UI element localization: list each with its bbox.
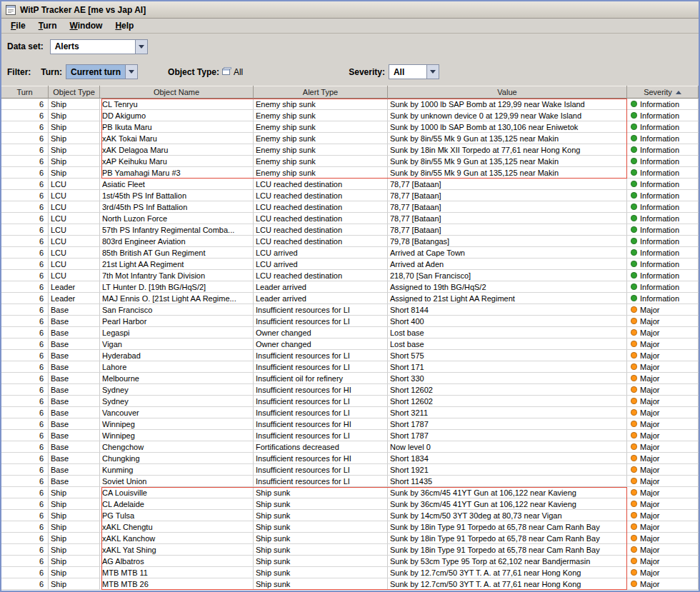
table-row[interactable]: 6ShipPB Yamahagi Maru #3Enemy ship sunkS…	[1, 167, 699, 179]
cell-alert-type: Insufficient resources for LI	[254, 316, 388, 327]
table-row[interactable]: 6ShipPB Ikuta MaruEnemy ship sunkSunk by…	[1, 121, 699, 133]
chevron-down-icon[interactable]	[135, 40, 147, 54]
cell-object-type: Ship	[49, 99, 100, 110]
chevron-down-icon[interactable]	[125, 65, 137, 79]
cell-alert-type: Fortifications decreased	[254, 441, 388, 453]
cell-alert-type: LCU reached destination	[254, 224, 388, 236]
cell-object-name: 21st Light AA Regiment	[100, 259, 254, 270]
table-row[interactable]: 6ShipAG AlbatrosShip sunkSunk by 53cm Ty…	[1, 556, 699, 567]
major-severity-icon	[631, 558, 637, 564]
major-severity-icon	[631, 581, 637, 587]
table-row[interactable]: 6ShipxAK Delagoa MaruEnemy ship sunkSunk…	[1, 144, 699, 156]
cell-value: Short 330	[388, 373, 627, 384]
cell-object-name: Chengchow	[100, 441, 254, 453]
table-row[interactable]: 6ShipMTB MTB 26Ship sunkSunk by 12.7cm/5…	[1, 578, 699, 590]
major-severity-icon	[631, 306, 637, 313]
dataset-combo[interactable]: Alerts	[50, 39, 148, 54]
cell-alert-type: Insufficient resources for LI	[254, 464, 388, 476]
table-row[interactable]: 6BaseWinnipegInsufficient resources for …	[1, 418, 699, 430]
table-row[interactable]: 6BaseSydneyInsufficient resources for HI…	[1, 384, 699, 396]
table-row[interactable]: 6LCU21st Light AA RegimentLCU arrivedArr…	[1, 259, 699, 270]
table-row[interactable]: 6BaseSan FranciscoInsufficient resources…	[1, 304, 699, 316]
table-row[interactable]: 6BaseSoviet UnionInsufficient resources …	[1, 476, 699, 487]
severity-filter-combo[interactable]: All	[389, 64, 439, 79]
table-row[interactable]: 6LCU7th Mot Infantry Tank DivisionLCU re…	[1, 270, 699, 281]
table-row[interactable]: 6LeaderMAJ Ennis O. [21st Light AA Regim…	[1, 293, 699, 304]
table-row[interactable]: 6BaseWinnipegInsufficient resources for …	[1, 430, 699, 441]
information-severity-icon	[631, 204, 637, 210]
column-header-value[interactable]: Value	[388, 86, 627, 99]
table-row[interactable]: 6ShipDD AkigumoEnemy ship sunkSunk by un…	[1, 110, 699, 121]
cell-value: Sunk by 8in/55 Mk 9 Gun at 135,125 near …	[388, 156, 627, 167]
cell-turn: 6	[1, 464, 49, 476]
table-row[interactable]: 6ShipPG TulsaShip sunkSunk by 14cm/50 3Y…	[1, 510, 699, 521]
cell-alert-type: Ship sunk	[254, 487, 388, 498]
major-severity-icon	[631, 478, 637, 484]
table-row[interactable]: 6BaseSydneyInsufficient resources for LI…	[1, 396, 699, 407]
filter-label: Filter:	[7, 67, 31, 77]
table-row[interactable]: 6BaseMelbourneInsufficient oil for refin…	[1, 373, 699, 384]
table-row[interactable]: 6ShipxAK Tokai MaruEnemy ship sunkSunk b…	[1, 133, 699, 144]
cell-object-type: Base	[49, 476, 100, 487]
cell-turn: 6	[1, 121, 49, 133]
table-row[interactable]: 6LCU3rd/45th PS Inf BattalionLCU reached…	[1, 201, 699, 213]
chevron-down-icon[interactable]	[426, 65, 439, 79]
table-row[interactable]: 6ShipCA LouisvilleShip sunkSunk by 36cm/…	[1, 487, 699, 498]
table-row[interactable]: 6ShipCL TenryuEnemy ship sunkSunk by 100…	[1, 99, 699, 110]
cell-value: Sunk by 18in Type 91 Torpedo at 65,78 ne…	[388, 544, 627, 556]
cell-turn: 6	[1, 396, 49, 407]
turn-filter-combo[interactable]: Current turn	[66, 64, 138, 79]
column-header-alert-type[interactable]: Alert Type	[254, 86, 388, 99]
table-row[interactable]: 6ShipxAKL ChengtuShip sunkSunk by 18in T…	[1, 521, 699, 533]
table-row[interactable]: 6BasePearl HarborInsufficient resources …	[1, 316, 699, 327]
table-row[interactable]: 6BaseHyderabadInsufficient resources for…	[1, 350, 699, 361]
cell-alert-type: Insufficient resources for HI	[254, 384, 388, 396]
object-type-value[interactable]: All	[234, 67, 243, 77]
severity-label: Information	[640, 134, 679, 144]
cell-value: Short 1787	[388, 418, 627, 430]
major-severity-icon	[631, 546, 637, 553]
cell-alert-type: Insufficient resources for LI	[254, 407, 388, 418]
cell-object-name: Hyderabad	[100, 350, 254, 361]
cell-value: Sunk by 1000 lb SAP Bomb at 129,99 near …	[388, 99, 627, 110]
table-row[interactable]: 6LCU85th British AT Gun RegimentLCU arri…	[1, 247, 699, 259]
cell-object-name: AG Albatros	[100, 556, 254, 567]
cell-value: 79,78 [Batangas]	[388, 236, 627, 247]
table-row[interactable]: 6BaseChungkingInsufficient resources for…	[1, 453, 699, 464]
table-row[interactable]: 6ShipxAKL KanchowShip sunkSunk by 18in T…	[1, 533, 699, 544]
table-row[interactable]: 6ShipMTB MTB 11Ship sunkSunk by 12.7cm/5…	[1, 567, 699, 578]
cell-severity: Major	[627, 373, 699, 384]
table-row[interactable]: 6LCU803rd Engineer AviationLCU reached d…	[1, 236, 699, 247]
menu-file[interactable]: File	[4, 19, 32, 32]
table-row[interactable]: 6LCUNorth Luzon ForceLCU reached destina…	[1, 213, 699, 224]
table-row[interactable]: 6ShipxAP Keihuku MaruEnemy ship sunkSunk…	[1, 156, 699, 167]
column-header-turn[interactable]: Turn	[1, 86, 49, 99]
table-row[interactable]: 6BaseViganOwner changedLost baseMajor	[1, 338, 699, 350]
table-row[interactable]: 6ShipxAKL Yat ShingShip sunkSunk by 18in…	[1, 544, 699, 556]
table-row[interactable]: 6BaseLahoreInsufficient resources for LI…	[1, 361, 699, 373]
cell-turn: 6	[1, 247, 49, 259]
table-row[interactable]: 6ShipCL AdelaideShip sunkSunk by 36cm/45…	[1, 498, 699, 510]
severity-label: Information	[640, 156, 679, 166]
column-header-severity[interactable]: Severity	[627, 86, 699, 99]
menu-window[interactable]: Window	[63, 19, 109, 32]
cell-object-type: Ship	[49, 121, 100, 133]
table-row[interactable]: 6BaseChengchowFortifications decreasedNo…	[1, 441, 699, 453]
cell-severity: Information	[627, 133, 699, 144]
table-row[interactable]: 6LeaderLT Hunter D. [19th BG/HqS/2]Leade…	[1, 281, 699, 293]
table-row[interactable]: 6BaseVancouverInsufficient resources for…	[1, 407, 699, 418]
column-header-object-type[interactable]: Object Type	[49, 86, 100, 99]
table-row[interactable]: 6LCUAsiatic FleetLCU reached destination…	[1, 179, 699, 190]
cell-alert-type: Insufficient resources for LI	[254, 361, 388, 373]
menu-help[interactable]: Help	[109, 19, 140, 32]
cell-object-name: xAKL Yat Shing	[100, 544, 254, 556]
cell-object-name: MAJ Ennis O. [21st Light AA Regime...	[100, 293, 254, 304]
cell-alert-type: LCU reached destination	[254, 179, 388, 190]
table-row[interactable]: 6BaseLegaspiOwner changedLost baseMajor	[1, 327, 699, 338]
cell-severity: Major	[627, 304, 699, 316]
table-row[interactable]: 6LCU1st/45th PS Inf BattalionLCU reached…	[1, 190, 699, 201]
column-header-object-name[interactable]: Object Name	[100, 86, 254, 99]
menu-turn[interactable]: Turn	[32, 19, 64, 32]
table-row[interactable]: 6BaseKunmingInsufficient resources for L…	[1, 464, 699, 476]
table-row[interactable]: 6LCU57th PS Infantry Regimental Comba...…	[1, 224, 699, 236]
